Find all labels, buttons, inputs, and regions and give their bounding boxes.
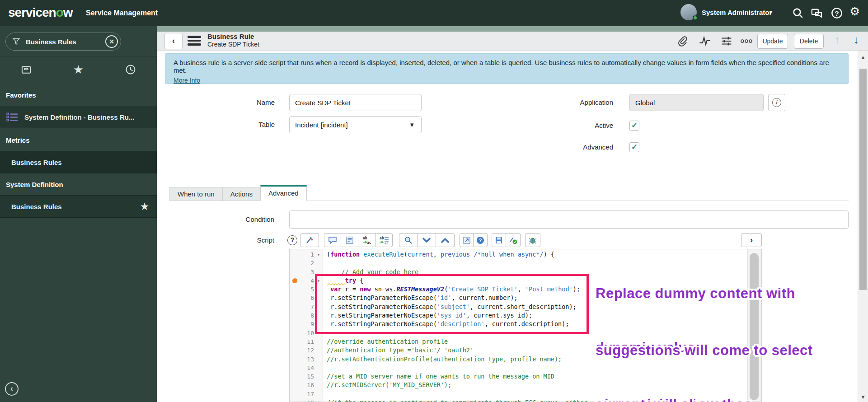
annotation-current: current. will show the suggestions bbox=[596, 360, 744, 402]
avatar[interactable] bbox=[680, 4, 697, 20]
svg-text:ab: ab bbox=[363, 236, 367, 240]
scroll-up-icon[interactable]: ▲ bbox=[860, 54, 866, 61]
fold-arrow-icon[interactable]: ▾ bbox=[314, 276, 323, 285]
svg-text:ac: ac bbox=[367, 241, 371, 245]
open-window-button[interactable] bbox=[460, 233, 474, 247]
select-caret-icon: ▼ bbox=[409, 122, 415, 128]
svg-text:ac: ac bbox=[385, 242, 388, 245]
history-tab[interactable] bbox=[104, 56, 157, 83]
record-name: Create SDP Ticket bbox=[207, 41, 259, 48]
record-type: Business Rule bbox=[207, 33, 254, 40]
expand-editor-button[interactable]: › bbox=[741, 233, 762, 247]
application-label: Application bbox=[550, 94, 613, 111]
info-icon: i bbox=[772, 98, 781, 107]
header-accent-strip bbox=[157, 26, 868, 32]
warning-icon bbox=[292, 278, 297, 283]
find-next-icon[interactable] bbox=[418, 233, 436, 247]
form-tabs: When to run Actions Advanced bbox=[169, 185, 849, 201]
tab-advanced[interactable]: Advanced bbox=[260, 185, 307, 201]
name-input[interactable]: Create SDP Ticket bbox=[289, 94, 422, 111]
box-icon bbox=[20, 64, 32, 75]
condition-input[interactable] bbox=[289, 210, 849, 229]
scroll-down-icon[interactable]: ▼ bbox=[860, 394, 866, 400]
application-info-button[interactable]: i bbox=[768, 94, 785, 111]
search-code-button[interactable] bbox=[399, 233, 418, 247]
servicenow-logo[interactable]: servicenow bbox=[8, 5, 73, 20]
navigator-filter[interactable]: Business Rules ✕ bbox=[5, 33, 121, 51]
back-button[interactable]: ‹ bbox=[164, 33, 183, 49]
section-metrics: Metrics bbox=[0, 130, 157, 151]
table-label: Table bbox=[211, 116, 275, 133]
line-number: 9 bbox=[299, 320, 314, 328]
line-number: 7 bbox=[299, 303, 314, 311]
tab-when-to-run[interactable]: When to run bbox=[169, 187, 222, 201]
clear-filter-icon[interactable]: ✕ bbox=[105, 35, 118, 48]
update-button[interactable]: Update bbox=[757, 34, 788, 49]
collapse-sidebar-button[interactable]: ‹ bbox=[5, 382, 19, 396]
script-help-icon[interactable]: ? bbox=[287, 235, 297, 245]
replace-all-button[interactable]: abac bbox=[375, 233, 393, 247]
previous-record-icon[interactable]: ↑ bbox=[835, 33, 840, 46]
star-icon: ★ bbox=[73, 63, 84, 77]
next-record-icon[interactable]: ↓ bbox=[854, 33, 859, 46]
user-menu[interactable]: System Administrator bbox=[702, 9, 772, 16]
comment-button[interactable] bbox=[324, 233, 341, 247]
advanced-checkbox[interactable]: ✓ bbox=[629, 142, 639, 152]
more-info-link[interactable]: More Info bbox=[174, 77, 200, 84]
favorites-tab[interactable]: ★ bbox=[52, 56, 105, 83]
info-banner-text: A business rule is a server-side script … bbox=[174, 59, 840, 74]
line-number: 12 bbox=[299, 346, 314, 355]
condition-label: Condition bbox=[211, 210, 274, 229]
clock-icon bbox=[125, 64, 136, 75]
sidebar-item-sysdef-business-rules[interactable]: Business Rules ★ bbox=[0, 195, 157, 218]
description-button[interactable] bbox=[341, 233, 358, 247]
save-button[interactable] bbox=[492, 233, 506, 247]
all-applications-tab[interactable] bbox=[0, 56, 52, 83]
delete-button[interactable]: Delete bbox=[794, 34, 824, 49]
application-navigator: Business Rules ✕ ★ Favorites System Defi… bbox=[0, 26, 157, 402]
api-help-button[interactable]: ? bbox=[474, 233, 488, 247]
section-system-definition: System Definition bbox=[0, 174, 157, 195]
favorite-star-icon[interactable]: ★ bbox=[141, 201, 149, 212]
line-number: 17 bbox=[299, 390, 314, 398]
debug-button[interactable] bbox=[525, 233, 540, 247]
line-number: 2 bbox=[299, 259, 314, 267]
activity-stream-icon[interactable] bbox=[699, 35, 712, 47]
sidebar-item-metrics-business-rules[interactable]: Business Rules bbox=[0, 151, 157, 173]
line-number: 18 bbox=[299, 398, 314, 402]
online-status-icon bbox=[693, 15, 698, 20]
filter-input[interactable]: Business Rules bbox=[26, 38, 105, 46]
tab-actions[interactable]: Actions bbox=[222, 187, 260, 201]
find-previous-icon[interactable] bbox=[436, 233, 455, 247]
fold-arrow-icon[interactable]: ▾ bbox=[314, 250, 323, 259]
funnel-icon bbox=[12, 37, 20, 46]
name-label: Name bbox=[211, 94, 275, 111]
line-number: 13 bbox=[299, 355, 314, 364]
line-number: 10 bbox=[299, 329, 314, 337]
line-number: 3 bbox=[299, 268, 314, 276]
more-options-icon[interactable] bbox=[741, 37, 753, 49]
personalize-form-icon[interactable] bbox=[721, 35, 733, 47]
form-header-bar: ‹ Business Rule Create SDP Ticket Update… bbox=[157, 32, 868, 51]
search-icon[interactable] bbox=[792, 7, 804, 19]
format-code-button[interactable] bbox=[300, 233, 319, 247]
active-checkbox[interactable]: ✓ bbox=[629, 121, 639, 131]
chat-icon[interactable] bbox=[811, 7, 823, 19]
line-number: 1 bbox=[299, 250, 314, 259]
table-select[interactable]: Incident [incident] ▼ bbox=[289, 116, 422, 133]
chevron-down-icon[interactable]: ▼ bbox=[768, 9, 774, 15]
replace-button[interactable]: abac bbox=[358, 233, 375, 247]
page-scrollbar[interactable]: ▲ ▼ bbox=[858, 51, 868, 402]
checkbox-check-icon: ✓ bbox=[631, 121, 638, 130]
page-scrollbar-thumb[interactable] bbox=[859, 69, 867, 290]
form-context-menu-icon[interactable] bbox=[188, 36, 201, 47]
checkbox-check-icon: ✓ bbox=[631, 143, 638, 151]
navigator-tabs: ★ bbox=[0, 56, 157, 83]
help-icon[interactable]: ? bbox=[830, 7, 843, 19]
svg-text:?: ? bbox=[479, 238, 482, 243]
gear-icon[interactable]: ⚙ bbox=[849, 5, 862, 17]
attachment-icon[interactable] bbox=[676, 35, 689, 47]
syntax-check-button[interactable] bbox=[506, 233, 521, 247]
sidebar-item-favorite-business-rules[interactable]: System Definition - Business Ru... bbox=[0, 106, 157, 128]
line-number: 15 bbox=[299, 372, 314, 381]
